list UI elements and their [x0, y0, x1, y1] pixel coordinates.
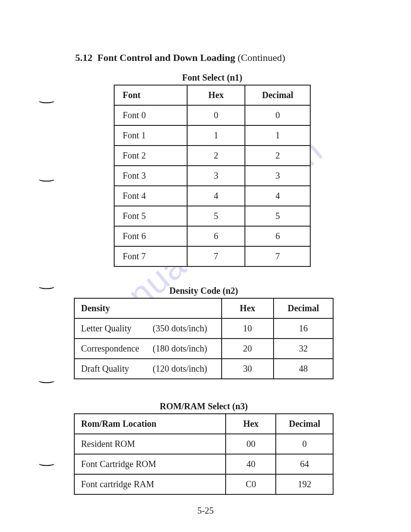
- cell-dec: 7: [245, 246, 310, 266]
- rom-ram-table: Rom/Ram Location Hex Decimal Resident RO…: [74, 413, 334, 495]
- table-row: Font 111: [114, 125, 310, 146]
- cell-density: Letter Quality(350 dots/inch): [74, 318, 222, 339]
- col-font: Font: [114, 85, 187, 105]
- cell-hex: 20: [222, 339, 274, 359]
- cell-font: Font 4: [114, 186, 187, 206]
- table-row: Font 333: [114, 166, 310, 186]
- cell-location: Resident ROM: [74, 434, 226, 454]
- density-code-table-wrap: Density Code (n2) Density Hex Decimal Le…: [74, 286, 334, 379]
- cell-dec: 48: [274, 359, 333, 379]
- cell-dec: 64: [276, 454, 333, 474]
- table-header-row: Font Hex Decimal: [114, 85, 310, 105]
- table-row: Correspondence(180 dots/inch) 20 32: [74, 339, 333, 359]
- cell-dec: 1: [245, 125, 310, 146]
- cell-dec: 0: [276, 434, 333, 454]
- cell-font: Font 6: [114, 226, 187, 246]
- cell-density: Draft Quality(120 dots/inch): [74, 359, 222, 379]
- section-continued: (Continued): [238, 52, 285, 63]
- density-name: Draft Quality: [81, 364, 153, 374]
- col-decimal: Decimal: [274, 298, 333, 318]
- table-row: Font 444: [114, 186, 310, 206]
- section-title: Font Control and Down Loading: [98, 52, 235, 63]
- col-location: Rom/Ram Location: [74, 414, 226, 434]
- cell-hex: 7: [187, 246, 245, 266]
- cell-hex: 6: [187, 226, 245, 246]
- cell-dec: 16: [274, 318, 333, 339]
- cell-hex: 40: [226, 454, 276, 474]
- table-row: Font Cartridge ROM4064: [74, 454, 333, 474]
- binder-mark-icon: ⌣: [38, 376, 56, 387]
- density-detail: (120 dots/inch): [153, 364, 207, 374]
- binder-mark-icon: ⌣: [38, 174, 56, 186]
- cell-hex: 00: [226, 434, 276, 454]
- cell-hex: 5: [187, 206, 245, 226]
- col-hex: Hex: [226, 414, 276, 434]
- page: manualshive.com 5.12 Font Control and Do…: [0, 0, 411, 532]
- col-decimal: Decimal: [245, 85, 310, 105]
- cell-hex: 1: [187, 125, 245, 146]
- cell-dec: 192: [276, 474, 333, 494]
- table-row: Draft Quality(120 dots/inch) 30 48: [74, 359, 333, 379]
- cell-density: Correspondence(180 dots/inch): [74, 339, 222, 359]
- cell-dec: 32: [274, 339, 333, 359]
- cell-location: Font cartridge RAM: [74, 474, 226, 494]
- cell-dec: 3: [245, 166, 310, 186]
- font-select-table: Font Hex Decimal Font 000 Font 111 Font …: [114, 85, 311, 267]
- table-row: Font 555: [114, 206, 310, 226]
- cell-location: Font Cartridge ROM: [74, 454, 226, 474]
- table-header-row: Rom/Ram Location Hex Decimal: [74, 414, 333, 434]
- cell-font: Font 3: [114, 166, 187, 186]
- cell-hex: 10: [222, 318, 274, 339]
- cell-dec: 0: [245, 105, 310, 125]
- col-decimal: Decimal: [276, 414, 333, 434]
- table-row: Resident ROM000: [74, 434, 333, 454]
- cell-hex: 3: [187, 166, 245, 186]
- col-hex: Hex: [187, 85, 245, 105]
- density-detail: (350 dots/inch): [153, 323, 207, 334]
- font-select-table-wrap: Font Select (n1) Font Hex Decimal Font 0…: [114, 73, 311, 267]
- page-number: 5-25: [0, 506, 411, 516]
- binder-mark-icon: ⌣: [38, 96, 56, 107]
- rom-ram-caption: ROM/RAM Select (n3): [74, 401, 334, 412]
- table-row: Font 777: [114, 246, 310, 266]
- binder-mark-icon: ⌣: [38, 282, 56, 293]
- table-row: Font 666: [114, 226, 310, 246]
- cell-hex: 4: [187, 186, 245, 206]
- table-row: Font 222: [114, 146, 310, 166]
- table-row: Letter Quality(350 dots/inch) 10 16: [74, 318, 333, 339]
- cell-font: Font 2: [114, 146, 187, 166]
- density-detail: (180 dots/inch): [153, 343, 207, 354]
- cell-dec: 5: [245, 206, 310, 226]
- cell-dec: 6: [245, 226, 310, 246]
- table-row: Font cartridge RAMC0192: [74, 474, 333, 494]
- cell-hex: 2: [187, 146, 245, 166]
- table-header-row: Density Hex Decimal: [74, 298, 333, 318]
- cell-font: Font 1: [114, 125, 187, 146]
- col-hex: Hex: [222, 298, 274, 318]
- col-density: Density: [74, 298, 222, 318]
- density-name: Letter Quality: [81, 323, 153, 334]
- density-name: Correspondence: [81, 343, 153, 354]
- rom-ram-table-wrap: ROM/RAM Select (n3) Rom/Ram Location Hex…: [74, 401, 334, 495]
- section-number: 5.12: [75, 52, 93, 63]
- density-code-caption: Density Code (n2): [74, 286, 334, 296]
- cell-dec: 4: [245, 186, 310, 206]
- density-code-table: Density Hex Decimal Letter Quality(350 d…: [74, 298, 334, 379]
- cell-font: Font 7: [114, 246, 187, 266]
- cell-hex: 0: [187, 105, 245, 125]
- table-row: Font 000: [114, 105, 310, 125]
- cell-hex: 30: [222, 359, 274, 379]
- section-heading: 5.12 Font Control and Down Loading (Cont…: [75, 52, 285, 64]
- cell-font: Font 5: [114, 206, 187, 226]
- cell-dec: 2: [245, 146, 310, 166]
- binder-mark-icon: ⌣: [38, 459, 56, 470]
- cell-hex: C0: [226, 474, 276, 494]
- font-select-caption: Font Select (n1): [114, 73, 311, 83]
- cell-font: Font 0: [114, 105, 187, 125]
